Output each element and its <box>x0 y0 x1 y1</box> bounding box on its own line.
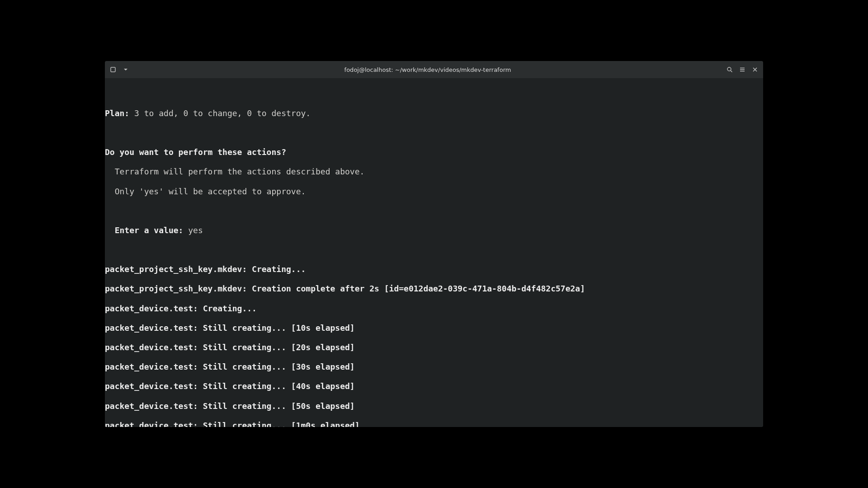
enter-value-label: Enter a value: <box>105 225 183 235</box>
plan-prefix: Plan: <box>105 108 129 118</box>
confirm-line-2: Only 'yes' will be accepted to approve. <box>105 187 763 197</box>
tf-output-line: packet_device.test: Still creating... [5… <box>105 401 763 411</box>
enter-value: yes <box>183 225 203 235</box>
tf-output-line: packet_device.test: Creating... <box>105 304 763 314</box>
tf-output-line: packet_project_ssh_key.mkdev: Creating..… <box>105 264 763 274</box>
plan-rest: 3 to add, 0 to change, 0 to destroy. <box>129 108 311 118</box>
tf-output-line: packet_device.test: Still creating... [4… <box>105 381 763 391</box>
search-button[interactable] <box>724 64 735 75</box>
tf-output-line: packet_device.test: Still creating... [1… <box>105 421 763 427</box>
new-tab-button[interactable] <box>108 64 118 75</box>
close-button[interactable] <box>750 64 760 75</box>
confirm-line-1: Terraform will perform the actions descr… <box>105 167 763 177</box>
tf-output-line: packet_device.test: Still creating... [2… <box>105 343 763 352</box>
terminal-content[interactable]: Plan: 3 to add, 0 to change, 0 to destro… <box>105 78 763 427</box>
svg-rect-0 <box>111 67 115 72</box>
confirm-question: Do you want to perform these actions? <box>105 147 763 157</box>
window-title: fodoj@localhost: ~/work/mkdev/videos/mkd… <box>131 66 724 73</box>
tf-output-line: packet_project_ssh_key.mkdev: Creation c… <box>105 284 763 294</box>
svg-line-2 <box>731 70 732 72</box>
tab-dropdown-button[interactable] <box>120 64 131 75</box>
tf-output-line: packet_device.test: Still creating... [3… <box>105 362 763 372</box>
hamburger-menu-button[interactable] <box>737 64 748 75</box>
tf-output-line: packet_device.test: Still creating... [1… <box>105 323 763 333</box>
svg-point-1 <box>727 67 731 71</box>
terminal-window: fodoj@localhost: ~/work/mkdev/videos/mkd… <box>105 61 763 427</box>
titlebar: fodoj@localhost: ~/work/mkdev/videos/mkd… <box>105 61 763 78</box>
